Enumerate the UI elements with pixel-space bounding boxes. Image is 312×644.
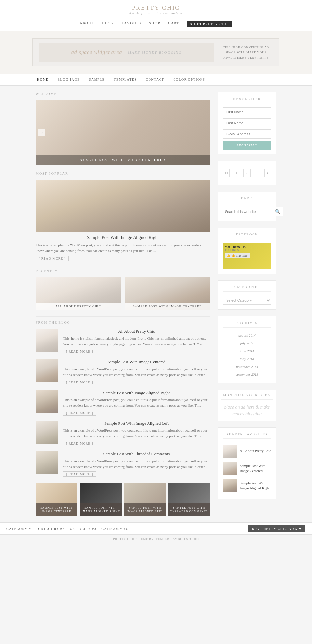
blog-readmore-4[interactable]: [ READ MORE ]	[63, 441, 96, 446]
blog-post-content-3: Sample Post With Image Aligned Right Thi…	[63, 390, 210, 416]
monetize-widget: MONETIZE YOUR BLOG place an ad here & ma…	[218, 390, 276, 421]
sec-nav-contact[interactable]: CONTACT	[141, 74, 169, 85]
archive-link-4[interactable]: may 2014	[240, 357, 254, 361]
nav-get[interactable]: ♥ GET PRETTY CHIC	[187, 21, 233, 27]
blog-post-thumb-4	[36, 421, 58, 444]
sidebar: NEWSLETTER subscribe ✉ f in p t SEARCH 🔍	[218, 92, 276, 516]
blog-post-row-1: All About Pretty Chic This theme is styl…	[36, 329, 210, 354]
reader-fav-item-1: All About Pretty Chic	[223, 443, 271, 460]
newsletter-title: NEWSLETTER	[223, 97, 271, 103]
archives-widget: ARCHIVES august 2014 july 2014 june 2014…	[218, 316, 276, 383]
blog-post-content-2: Sample Post With Image Centered This is …	[63, 359, 210, 385]
archive-item-6: september 2013	[223, 370, 271, 378]
newsletter-firstname[interactable]	[223, 107, 271, 116]
most-popular-section: Sample Post With Image Aligned Right Thi…	[36, 180, 210, 261]
site-tagline: stylish. functional. sleek. modern.	[0, 11, 312, 15]
footer-cat-1[interactable]: CATEGORY #1	[6, 527, 33, 530]
nav-blog[interactable]: BLOG	[102, 21, 114, 27]
archive-link-6[interactable]: september 2013	[236, 372, 258, 376]
reader-favorites-title: READER FAVORITES	[223, 432, 271, 439]
hero-slider: ‹ SAMPLE POST WITH IMAGE CENTERED	[36, 100, 210, 165]
blog-post-title-2: Sample Post With Image Centered	[63, 359, 210, 365]
search-row: 🔍	[223, 207, 271, 216]
bottom-grid-item-2[interactable]: SAMPLE POST WITH IMAGE ALIGNED RIGHT	[80, 483, 122, 516]
reader-fav-thumb-1	[223, 445, 237, 458]
blog-post-title-5: Sample Post With Threaded Comments	[63, 451, 210, 457]
most-popular-title: Sample Post With Image Aligned Right	[36, 235, 210, 240]
secondary-nav: HOME BLOG PAGE SAMPLE TEMPLATES CONTACT …	[0, 74, 312, 86]
most-popular-excerpt: This is an example of a WordPress post, …	[36, 242, 210, 254]
sec-nav-templates[interactable]: TEMPLATES	[109, 74, 141, 85]
from-blog-label: FROM THE BLOG	[36, 321, 210, 326]
reader-fav-item-3: Sample Post With Image Aligned Right	[223, 477, 271, 494]
social-widget: ✉ f in p t	[218, 161, 276, 185]
archive-link-1[interactable]: august 2014	[238, 333, 256, 337]
blog-post-thumb-5	[36, 451, 58, 474]
sec-nav-sample[interactable]: SAMPLE	[84, 74, 109, 85]
blog-readmore-5[interactable]: [ READ MORE ]	[63, 471, 96, 477]
footer-credit: PRETTY CHIC THEME BY: TENDER BAMBOO STUD…	[0, 535, 312, 543]
archive-link-2[interactable]: july 2014	[240, 341, 254, 345]
most-popular-readmore[interactable]: [ READ MORE ]	[36, 256, 69, 261]
social-email-icon[interactable]: ✉	[223, 169, 230, 177]
nav-layouts[interactable]: LAYOUTS	[122, 21, 141, 27]
fb-like-button[interactable]: 👍 👍 Like Page	[225, 253, 250, 258]
nav-shop[interactable]: SHOP	[149, 21, 160, 27]
social-instagram-icon[interactable]: in	[243, 169, 251, 177]
slider-prev-button[interactable]: ‹	[38, 129, 46, 136]
categories-select[interactable]: Select Category	[223, 296, 271, 305]
newsletter-lastname[interactable]	[223, 118, 271, 127]
footer-cat-3[interactable]: CATEGORY #3	[70, 527, 96, 530]
bottom-grid-label-2: SAMPLE POST WITH IMAGE ALIGNED RIGHT	[80, 503, 122, 516]
blog-post-title-1: All About Pretty Chic	[63, 329, 210, 334]
blog-readmore-1[interactable]: [ READ MORE ]	[63, 349, 96, 354]
social-pinterest-icon[interactable]: p	[254, 169, 261, 177]
bottom-grid-item-4[interactable]: SAMPLE POST WITH THREADED COMMENTS	[168, 483, 210, 516]
slide-overlay: SAMPLE POST WITH IMAGE CENTERED	[36, 155, 210, 165]
top-nav: ABOUT BLOG LAYOUTS SHOP CART ♥ GET PRETT…	[0, 18, 312, 31]
archive-link-3[interactable]: june 2014	[240, 349, 254, 353]
footer-cat-2[interactable]: CATEGORY #2	[38, 527, 64, 530]
slide-title: SAMPLE POST WITH IMAGE CENTERED	[80, 158, 166, 162]
reader-favorites-widget: READER FAVORITES All About Pretty Chic S…	[218, 427, 276, 499]
archives-title: ARCHIVES	[223, 321, 271, 328]
sec-nav-color[interactable]: COLOR OPTIONS	[169, 74, 210, 85]
search-button[interactable]: 🔍	[272, 207, 283, 216]
bottom-grid-label-4: SAMPLE POST WITH THREADED COMMENTS	[168, 503, 210, 516]
bottom-grid: SAMPLE POST WITH IMAGE CENTERED SAMPLE P…	[36, 483, 210, 516]
blog-readmore-3[interactable]: [ READ MORE ]	[63, 410, 96, 416]
blog-post-thumb-3	[36, 390, 58, 413]
social-twitter-icon[interactable]: t	[264, 169, 271, 177]
blog-post-row-3: Sample Post With Image Aligned Right Thi…	[36, 390, 210, 416]
recently-item-2[interactable]: SAMPLE POST WITH IMAGE CENTERED	[125, 277, 210, 310]
bottom-grid-item-1[interactable]: SAMPLE POST WITH IMAGE CENTERED	[36, 483, 77, 516]
nav-about[interactable]: ABOUT	[80, 21, 94, 27]
footer-nav: CATEGORY #1 CATEGORY #2 CATEGORY #3 CATE…	[0, 522, 312, 535]
bottom-grid-item-3[interactable]: SAMPLE POST WITH IMAGE ALIGNED LEFT	[124, 483, 166, 516]
sec-nav-blog[interactable]: BLOG PAGE	[53, 74, 84, 85]
search-input[interactable]	[223, 207, 272, 216]
footer-cat-4[interactable]: CATEGORY #4	[101, 527, 128, 530]
archive-item-4: may 2014	[223, 355, 271, 363]
ad-banner-left: ad space widget area - MAKE MONEY BLOGGI…	[39, 43, 214, 62]
reader-fav-item-2: Sample Post With Image Centered	[223, 460, 271, 477]
subscribe-button[interactable]: subscribe	[223, 141, 271, 150]
social-facebook-icon[interactable]: f	[233, 169, 240, 177]
recently-item-1-label: ALL ABOUT PRETTY CHIC	[36, 303, 121, 310]
blog-post-text-1: This theme is stylish, functional, sleek…	[63, 336, 210, 347]
facebook-widget: FACEBOOK Mai Theme - P... 17K LIKES 👍 👍 …	[218, 228, 276, 274]
newsletter-email[interactable]	[223, 129, 271, 139]
categories-widget: CATEGORIES Select Category	[218, 280, 276, 310]
sec-nav-home[interactable]: HOME	[32, 74, 53, 85]
blog-post-row-4: Sample Post With Image Aligned Left This…	[36, 421, 210, 446]
reader-fav-thumb-3	[223, 479, 237, 492]
archive-link-5[interactable]: november 2013	[236, 365, 258, 369]
blog-post-row-2: Sample Post With Image Centered This is …	[36, 359, 210, 385]
recently-item-1[interactable]: ALL ABOUT PRETTY CHIC	[36, 277, 121, 310]
archive-item-3: june 2014	[223, 347, 271, 355]
monetize-title: MONETIZE YOUR BLOG	[221, 393, 273, 400]
blog-readmore-2[interactable]: [ READ MORE ]	[63, 380, 96, 385]
reader-fav-title-1: All About Pretty Chic	[240, 449, 271, 453]
buy-button[interactable]: BUY PRETTY CHIC NOW ♥	[248, 525, 306, 532]
nav-cart[interactable]: CART	[168, 21, 179, 27]
